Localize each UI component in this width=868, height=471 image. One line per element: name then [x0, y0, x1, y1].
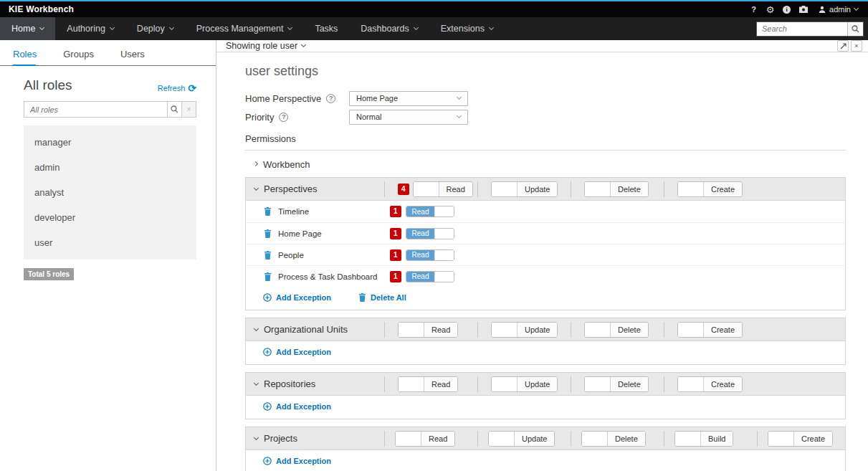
- update-toggle[interactable]: Update: [491, 322, 558, 338]
- delete-exception-button[interactable]: [264, 229, 272, 238]
- section-header: Perspectives 4 Read Update: [246, 178, 845, 201]
- section-collapse-toggle[interactable]: Repositories: [246, 379, 384, 389]
- chevron-down-icon: [39, 25, 44, 30]
- priority-select[interactable]: Normal: [349, 110, 468, 125]
- read-toggle[interactable]: Read: [413, 181, 473, 197]
- create-toggle[interactable]: Create: [677, 322, 743, 338]
- user-menu[interactable]: admin: [811, 5, 861, 14]
- settings-button[interactable]: ⚙: [762, 1, 778, 17]
- nav-item-home[interactable]: Home: [0, 17, 55, 40]
- trash-icon: [264, 229, 272, 238]
- titlebar: KIE Workbench ? ⚙ i admin: [0, 1, 868, 17]
- search-button[interactable]: [847, 22, 863, 36]
- role-list-item[interactable]: admin: [24, 155, 196, 180]
- help-circle-icon[interactable]: ?: [279, 113, 288, 122]
- apps-button[interactable]: [795, 1, 811, 17]
- nav-item-authoring[interactable]: Authoring: [55, 17, 125, 40]
- permissions-heading: Permissions: [245, 133, 846, 151]
- plus-circle-icon: [263, 457, 272, 465]
- section-organizational-units: Organizational Units Read Update: [245, 318, 846, 365]
- toggle-label: Read: [406, 272, 435, 282]
- create-toggle[interactable]: Create: [768, 431, 833, 447]
- roles-filter-search-button[interactable]: [167, 102, 181, 117]
- refresh-button[interactable]: Refresh ⟳: [158, 83, 196, 93]
- update-toggle-group: Update: [477, 376, 571, 392]
- delete-toggle[interactable]: Delete: [584, 322, 649, 338]
- help-button[interactable]: ?: [745, 1, 762, 17]
- toggle-knob: [678, 323, 704, 337]
- delete-exception-button[interactable]: [264, 207, 272, 216]
- close-panel-button[interactable]: ×: [851, 40, 862, 52]
- expand-icon: [840, 43, 846, 49]
- about-button[interactable]: i: [778, 1, 795, 17]
- section-header: Organizational Units Read Update: [246, 318, 845, 341]
- delete-toggle[interactable]: Delete: [584, 376, 649, 392]
- exception-name: Timeline: [278, 207, 309, 216]
- add-exception-label: Add Exception: [276, 457, 331, 465]
- add-exception-label: Add Exception: [276, 402, 331, 411]
- permission-count-badge: 1: [390, 249, 401, 261]
- toggle-label: Read: [406, 206, 435, 217]
- home-perspective-select[interactable]: Home Page: [349, 91, 468, 106]
- role-detail-panel: Showing role user × user settings Home P…: [216, 40, 868, 471]
- exception-row: Timeline 1 Read: [247, 201, 844, 222]
- maximize-panel-button[interactable]: [837, 40, 849, 52]
- tab-users[interactable]: Users: [120, 49, 156, 65]
- trash-icon: [264, 272, 272, 281]
- add-exception-button[interactable]: Add Exception: [263, 457, 331, 465]
- panel-title-dropdown[interactable]: Showing role user: [226, 41, 305, 51]
- chevron-down-icon: [110, 25, 115, 30]
- read-toggle[interactable]: Read: [398, 376, 458, 392]
- delete-exception-button[interactable]: [264, 272, 272, 281]
- nav-label: Process Management: [196, 24, 284, 34]
- read-toggle-on[interactable]: Read: [406, 249, 455, 261]
- nav-item-dashboards[interactable]: Dashboards: [349, 17, 429, 40]
- add-exception-button[interactable]: Add Exception: [263, 348, 331, 356]
- camera-icon: [799, 6, 808, 13]
- tab-roles[interactable]: Roles: [13, 49, 47, 65]
- toggle-knob: [489, 432, 515, 446]
- role-list-item[interactable]: analyst: [24, 180, 196, 205]
- read-toggle-on[interactable]: Read: [406, 228, 455, 239]
- delete-exception-button[interactable]: [264, 251, 272, 260]
- nav-item-process-management[interactable]: Process Management: [185, 17, 304, 40]
- chevron-down-icon: [457, 95, 462, 100]
- delete-all-button[interactable]: Delete All: [358, 293, 406, 302]
- section-collapse-toggle[interactable]: Perspectives: [246, 184, 384, 194]
- create-toggle[interactable]: Create: [677, 376, 743, 392]
- update-toggle[interactable]: Update: [488, 431, 555, 447]
- create-toggle[interactable]: Create: [677, 181, 743, 197]
- update-toggle[interactable]: Update: [491, 181, 558, 197]
- nav-item-tasks[interactable]: Tasks: [303, 17, 349, 40]
- permission-count-badge: 1: [390, 271, 401, 282]
- section-collapse-toggle[interactable]: Organizational Units: [246, 324, 384, 335]
- read-toggle[interactable]: Read: [398, 322, 458, 338]
- page-title: user settings: [245, 64, 846, 79]
- section-collapse-toggle[interactable]: Projects: [246, 433, 384, 444]
- delete-toggle[interactable]: Delete: [584, 181, 649, 197]
- nav-label: Authoring: [67, 24, 105, 34]
- role-list-item[interactable]: user: [24, 230, 196, 255]
- help-circle-icon[interactable]: ?: [326, 94, 335, 103]
- workbench-group-toggle[interactable]: Workbench: [245, 151, 846, 177]
- add-exception-button[interactable]: Add Exception: [263, 402, 331, 411]
- section-name: Repositories: [264, 379, 315, 389]
- selected-value: Normal: [356, 113, 381, 121]
- read-toggle[interactable]: Read: [395, 431, 455, 447]
- delete-toggle[interactable]: Delete: [581, 431, 646, 447]
- nav-item-extensions[interactable]: Extensions: [429, 17, 505, 40]
- roles-filter-clear-button[interactable]: ×: [181, 102, 196, 117]
- tab-groups[interactable]: Groups: [63, 49, 105, 65]
- role-list-item[interactable]: developer: [24, 205, 196, 230]
- read-toggle-on[interactable]: Read: [406, 271, 455, 282]
- add-exception-button[interactable]: Add Exception: [263, 293, 331, 302]
- nav-item-deploy[interactable]: Deploy: [125, 17, 185, 40]
- build-toggle[interactable]: Build: [674, 431, 733, 447]
- read-toggle-on[interactable]: Read: [406, 206, 455, 217]
- search-input[interactable]: [757, 22, 847, 36]
- roles-filter-input[interactable]: [24, 102, 167, 117]
- role-list-item[interactable]: manager: [24, 130, 196, 155]
- update-toggle[interactable]: Update: [491, 376, 558, 392]
- global-search: [756, 22, 864, 37]
- read-toggle-group: Read: [384, 431, 477, 447]
